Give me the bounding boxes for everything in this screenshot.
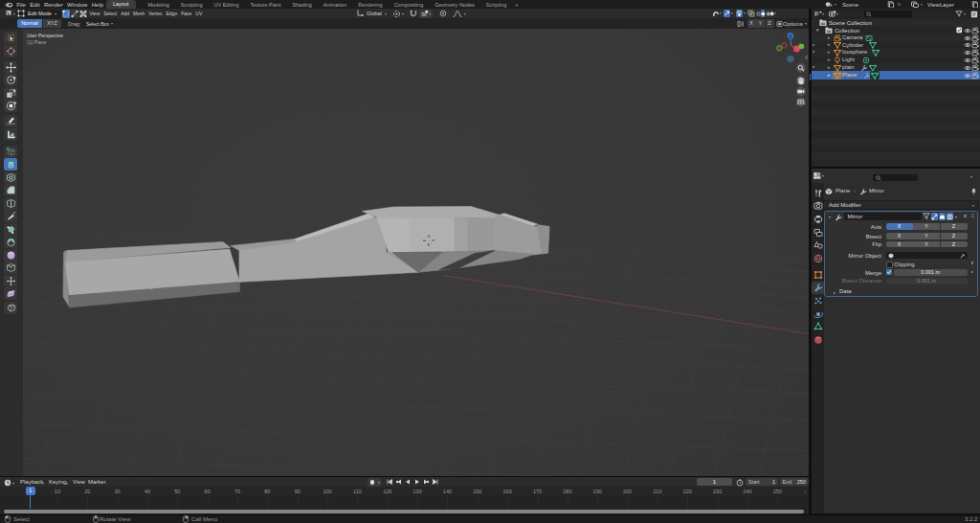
svg-text:Z: Z [789,34,791,39]
svg-text:50: 50 [421,12,427,17]
